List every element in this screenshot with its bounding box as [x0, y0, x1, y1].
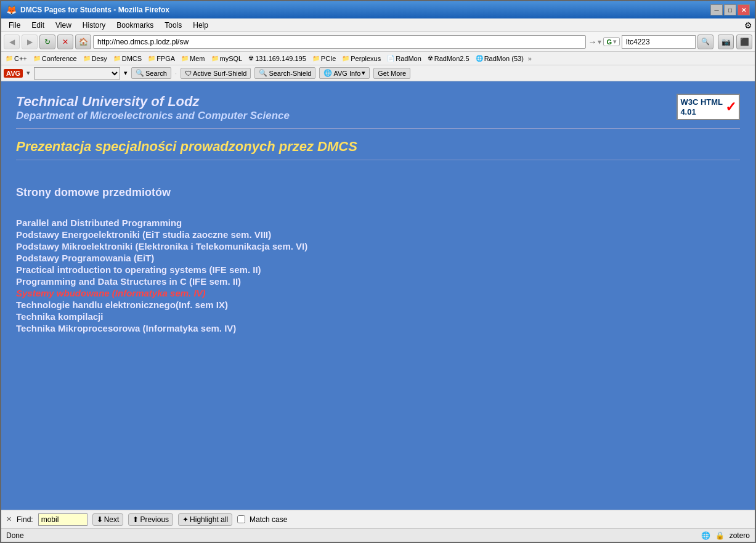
header-divider: [16, 128, 740, 129]
avg-info-button[interactable]: 🌐 AVG Info ▾: [319, 67, 370, 79]
home-button[interactable]: 🏠: [75, 35, 91, 49]
reload-button[interactable]: ↻: [39, 35, 55, 49]
bookmark-ip[interactable]: ☢131.169.149.195: [246, 54, 308, 63]
folder-icon: 📁: [113, 55, 121, 62]
get-more-button[interactable]: Get More: [373, 68, 410, 79]
find-close-button[interactable]: ✕: [6, 515, 12, 523]
content-area: Technical University of Lodz Department …: [1, 81, 755, 510]
w3c-checkmark: ✓: [725, 99, 736, 115]
search-go-button[interactable]: 🔍: [697, 35, 713, 49]
radioactive-icon: ☢: [428, 55, 433, 62]
site-header: Technical University of Lodz Department …: [16, 94, 740, 122]
search-shield-button[interactable]: 🔍 Search-Shield: [254, 67, 315, 79]
find-label: Find:: [17, 515, 33, 524]
back-button[interactable]: ◀: [4, 35, 20, 49]
match-case-label: Match case: [237, 515, 287, 524]
search-dropdown[interactable]: ▾: [613, 38, 617, 46]
find-previous-button[interactable]: ⬆ Previous: [128, 513, 173, 526]
search-input[interactable]: [622, 35, 696, 49]
bookmark-cpp[interactable]: 📁C++: [4, 54, 29, 63]
course-link-7[interactable]: Technologie handlu elektronicznego(Inf. …: [16, 300, 740, 310]
match-case-checkbox[interactable]: [237, 515, 245, 523]
up-arrow-icon: ⬆: [132, 515, 139, 524]
folder-icon: 📁: [312, 55, 320, 62]
highlight-all-button[interactable]: ✦ Highlight all: [178, 513, 232, 526]
bookmark-desy[interactable]: 📁Desy: [81, 54, 109, 63]
menu-file[interactable]: File: [4, 20, 25, 31]
maximize-button[interactable]: □: [724, 4, 736, 15]
settings-icon[interactable]: ⚙: [744, 20, 752, 30]
course-link-1[interactable]: Podstawy Energoelektroniki (EiT studia z…: [16, 229, 740, 240]
section-title: Strony domowe przedmiotów: [16, 186, 740, 199]
menubar: File Edit View History Bookmarks Tools H…: [1, 18, 755, 32]
bookmark-radmon53[interactable]: 🌐RadMon (53): [474, 54, 526, 63]
menu-help[interactable]: Help: [188, 20, 213, 31]
bookmark-conference[interactable]: 📁Conference: [31, 54, 79, 63]
statusbar: Done 🌐 🔒 zotero: [1, 528, 755, 542]
avg-search-dropdown[interactable]: [34, 67, 120, 80]
page-title: Prezentacja specjalności prowadzonych pr…: [16, 139, 740, 155]
course-link-4[interactable]: Practical introduction to operating syst…: [16, 264, 740, 275]
extra-button[interactable]: ⬛: [736, 35, 752, 49]
bookmark-perplexus[interactable]: 📁Perplexus: [340, 54, 383, 63]
down-arrow-icon: ⬇: [97, 515, 103, 524]
course-link-3[interactable]: Podstawy Programowania (EiT): [16, 253, 740, 263]
screenshot-button[interactable]: 📷: [718, 35, 734, 49]
bookmark-mem[interactable]: 📁Mem: [179, 54, 206, 63]
info-icon: 🌐: [323, 69, 332, 77]
bookmark-pcie[interactable]: 📁PCIe: [311, 54, 338, 63]
course-link-5[interactable]: Programming and Data Structures in C (IF…: [16, 276, 740, 287]
minimize-button[interactable]: ─: [710, 4, 723, 15]
course-link-0[interactable]: Parallel and Distributed Programming: [16, 218, 740, 228]
google-g: G: [606, 38, 612, 46]
radioactive-icon: ☢: [248, 55, 254, 62]
separator1: ·: [175, 70, 177, 77]
url-bar[interactable]: [93, 35, 586, 49]
university-name: Technical University of Lodz: [16, 94, 290, 110]
menu-view[interactable]: View: [51, 20, 76, 31]
course-link-6[interactable]: Systemy wbudowane (Informatyka sem. IV): [16, 288, 740, 298]
titlebar: 🦊 DMCS Pages for Students - Mozilla Fire…: [1, 1, 755, 18]
status-right: 🌐 🔒 zotero: [701, 531, 750, 540]
stop-button[interactable]: ✕: [57, 35, 73, 49]
menu-edit[interactable]: Edit: [26, 20, 49, 31]
menu-history[interactable]: History: [78, 20, 110, 31]
folder-icon: 📁: [181, 55, 189, 62]
find-next-button[interactable]: ⬇ Next: [92, 513, 124, 526]
folder-icon: 📁: [6, 55, 13, 62]
menu-tools[interactable]: Tools: [160, 20, 187, 31]
nav-dropdown[interactable]: ▾: [598, 38, 601, 46]
zotero-label: zotero: [730, 531, 750, 540]
globe-icon: 🌐: [476, 55, 483, 62]
forward-button[interactable]: ▶: [22, 35, 38, 49]
close-button[interactable]: ✕: [738, 4, 750, 15]
bookmark-fpga[interactable]: 📁FPGA: [146, 54, 177, 63]
nav-extra-buttons: 📷 ⬛: [718, 35, 752, 49]
folder-icon: 📁: [83, 55, 91, 62]
search-shield-icon: 🔍: [259, 69, 267, 77]
shield-icon: 🛡: [185, 70, 192, 77]
bookmarks-more[interactable]: »: [528, 55, 532, 62]
w3c-badge[interactable]: W3C HTML4.01 ✓: [677, 94, 740, 120]
bookmark-radmon[interactable]: 📄RadMon: [385, 54, 423, 63]
avg-logo: AVG: [4, 69, 23, 78]
avg-dropdown-arrow[interactable]: ▾: [26, 69, 30, 77]
menu-bookmarks[interactable]: Bookmarks: [112, 20, 158, 31]
course-link-9[interactable]: Technika Mikroprocesorowa (Informatyka s…: [16, 323, 740, 333]
info-dropdown[interactable]: ▾: [362, 69, 365, 77]
avg-dropdown-btn[interactable]: ▾: [124, 69, 128, 77]
find-input[interactable]: [38, 513, 87, 526]
department-name: Department of Microelectronics and Compu…: [16, 110, 290, 122]
bookmark-dmcs[interactable]: 📁DMCS: [112, 54, 144, 63]
course-link-8[interactable]: Technika kompilacji: [16, 311, 740, 322]
search-button[interactable]: 🔍 Search: [131, 67, 171, 79]
globe-status-icon: 🌐: [701, 531, 710, 540]
active-surf-shield-button[interactable]: 🛡 Active Surf-Shield: [181, 68, 251, 79]
window-controls: ─ □ ✕: [710, 4, 750, 15]
bookmark-radmon25[interactable]: ☢RadMon2.5: [426, 54, 471, 63]
lock-icon: 🔒: [715, 531, 725, 540]
bookmark-mysql[interactable]: 📁mySQL: [209, 54, 245, 63]
course-link-2[interactable]: Podstawy Mikroelektroniki (Elektronika i…: [16, 241, 740, 251]
go-arrow[interactable]: →: [588, 37, 596, 47]
folder-icon: 📁: [211, 55, 219, 62]
